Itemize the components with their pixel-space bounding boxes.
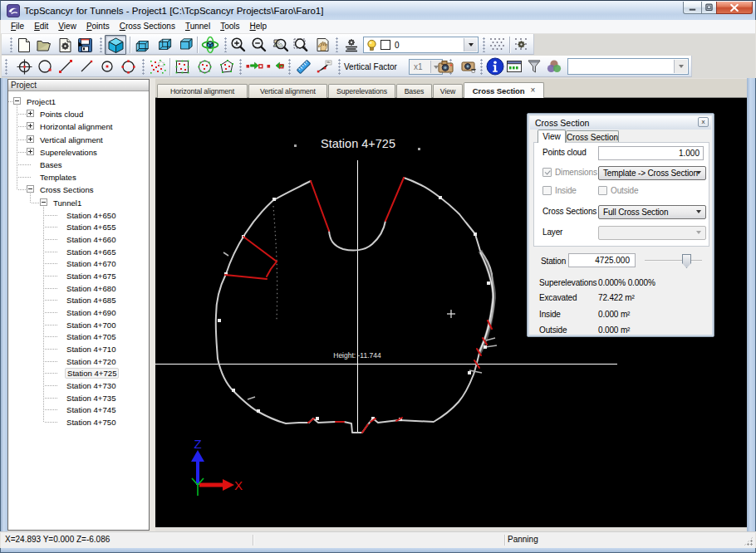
tree-item-label[interactable]: Station 4+720 bbox=[65, 357, 117, 366]
new-project-button[interactable] bbox=[13, 36, 33, 54]
tree-expand-icon[interactable] bbox=[27, 148, 34, 155]
tree-item-points-cloud[interactable]: Points cloud bbox=[8, 108, 149, 120]
filter-combo[interactable] bbox=[567, 58, 689, 75]
station-slider-thumb[interactable] bbox=[682, 254, 691, 268]
maximize-button[interactable] bbox=[701, 2, 717, 14]
tab-view[interactable]: View bbox=[433, 84, 463, 98]
outside-checkbox[interactable] bbox=[598, 186, 607, 195]
save-project-button[interactable] bbox=[75, 36, 95, 54]
tab-vertical-alignment[interactable]: Vertical alignment bbox=[248, 84, 327, 98]
tree-item-station-4-660[interactable]: Station 4+660 bbox=[8, 233, 149, 246]
tree-item-station-4-750[interactable]: Station 4+750 bbox=[8, 416, 149, 428]
snapshot-button[interactable] bbox=[436, 57, 456, 76]
zoom-out-button[interactable] bbox=[249, 36, 269, 54]
cross-sections-combo[interactable]: Full Cross Section bbox=[598, 205, 706, 219]
tree-item-label[interactable]: Vertical alignment bbox=[38, 135, 105, 144]
layer-combo-dropdown-button[interactable] bbox=[464, 38, 477, 51]
tree-item-station-4-675[interactable]: Station 4+675 bbox=[8, 270, 149, 282]
menu-view[interactable]: View bbox=[53, 21, 81, 32]
tree-item-label[interactable]: Station 4+705 bbox=[65, 332, 117, 341]
view-front-button[interactable] bbox=[132, 36, 152, 54]
toolbar-grip[interactable] bbox=[5, 59, 7, 75]
tree-item-station-4-745[interactable]: Station 4+745 bbox=[8, 404, 149, 416]
draw-circle-button[interactable] bbox=[35, 57, 55, 76]
menu-cross-sections[interactable]: Cross Sections bbox=[115, 21, 180, 32]
tree-item-station-4-655[interactable]: Station 4+655 bbox=[8, 221, 149, 233]
points-in-circle-button[interactable] bbox=[194, 57, 214, 76]
tree-item-label[interactable]: Station 4+650 bbox=[65, 211, 117, 220]
toolbar-grip[interactable] bbox=[239, 59, 242, 75]
tab-superelevations[interactable]: Superelevations bbox=[328, 84, 395, 98]
points-cloud-button[interactable] bbox=[148, 57, 168, 76]
dialog-tab-cross-section[interactable]: Cross Section bbox=[566, 130, 619, 143]
tree-expand-icon[interactable] bbox=[27, 122, 34, 130]
zoom-window-button[interactable] bbox=[291, 36, 311, 54]
dialog-title-bar[interactable]: Cross Section bbox=[530, 116, 711, 130]
panel-splitter[interactable] bbox=[150, 78, 155, 531]
point-settings-button[interactable] bbox=[512, 36, 532, 54]
tree-item-station-4-705[interactable]: Station 4+705 bbox=[8, 330, 149, 343]
toolbar-grip[interactable] bbox=[142, 59, 145, 75]
tree-item-label[interactable]: Station 4+675 bbox=[65, 272, 117, 281]
draw-circle-points-button[interactable] bbox=[118, 57, 138, 76]
tree-item-station-4-700[interactable]: Station 4+700 bbox=[8, 319, 149, 331]
dialog-tab-view[interactable]: View bbox=[538, 130, 566, 143]
tree-item-label[interactable]: Cross Sections bbox=[38, 185, 96, 194]
close-button[interactable] bbox=[716, 2, 753, 14]
tree-item-station-4-650[interactable]: Station 4+650 bbox=[8, 209, 149, 222]
layer-select-combo[interactable]: 0 bbox=[363, 37, 479, 53]
tree-item-label[interactable]: Station 4+685 bbox=[65, 296, 117, 305]
tree-item-label[interactable]: Station 4+725 bbox=[65, 368, 119, 379]
toolbar-grip[interactable] bbox=[10, 37, 12, 52]
points-cloud-input[interactable]: 1.000 bbox=[598, 146, 704, 160]
draw-axis-point-button[interactable] bbox=[14, 57, 34, 76]
tree-item-label[interactable]: Tunnel1 bbox=[52, 198, 83, 208]
next-section-button[interactable] bbox=[244, 57, 264, 76]
tree-collapse-icon[interactable] bbox=[13, 97, 21, 105]
tree-item-station-4-670[interactable]: Station 4+670 bbox=[8, 257, 149, 270]
tree-expand-icon[interactable] bbox=[27, 135, 34, 143]
tree-item-label[interactable]: Project1 bbox=[25, 97, 57, 106]
tree-item-station-4-685[interactable]: Station 4+685 bbox=[8, 294, 149, 306]
tree-collapse-icon[interactable] bbox=[40, 198, 47, 206]
filter-combo-dropdown-button[interactable] bbox=[674, 60, 687, 73]
draw-circle-center-button[interactable] bbox=[97, 57, 117, 76]
points-in-polygon-button[interactable] bbox=[216, 57, 236, 76]
tree-item-label[interactable]: Horizontal alignment bbox=[38, 122, 114, 131]
tree-item-label[interactable]: Templates bbox=[38, 173, 78, 182]
dialog-close-button[interactable]: x bbox=[698, 117, 709, 127]
toolbar-grip[interactable] bbox=[224, 37, 227, 52]
resize-grip[interactable] bbox=[744, 536, 754, 546]
zoom-in-button[interactable] bbox=[228, 36, 248, 54]
minimize-button[interactable] bbox=[683, 2, 702, 14]
tab-bases[interactable]: Bases bbox=[396, 84, 432, 98]
measure-angle-button[interactable] bbox=[315, 57, 335, 76]
draw-line-button[interactable] bbox=[56, 57, 76, 76]
tree-item-label[interactable]: Station 4+700 bbox=[65, 321, 117, 330]
toolbar-grip[interactable] bbox=[288, 59, 291, 75]
tree-item-label[interactable]: Station 4+745 bbox=[65, 405, 117, 414]
tree-item-label[interactable]: Points cloud bbox=[38, 110, 85, 119]
snapshot-all-button[interactable] bbox=[459, 57, 479, 76]
open-project-button[interactable] bbox=[34, 36, 54, 54]
layer-manager-button[interactable] bbox=[341, 36, 361, 54]
tree-item-label[interactable]: Station 4+735 bbox=[65, 394, 117, 403]
menu-points[interactable]: Points bbox=[81, 21, 115, 32]
station-slider-track[interactable] bbox=[645, 260, 702, 262]
tree-item-bases[interactable]: Bases bbox=[8, 159, 149, 171]
tree-item-label[interactable]: Station 4+730 bbox=[65, 381, 117, 390]
dimensions-checkbox[interactable] bbox=[542, 168, 552, 177]
tree-collapse-icon[interactable] bbox=[27, 185, 34, 193]
draw-segment-button[interactable] bbox=[76, 57, 96, 76]
station-input[interactable]: 4725.000 bbox=[568, 253, 636, 267]
tree-item-label[interactable]: Superelevations bbox=[38, 148, 99, 157]
tab-close-icon[interactable]: × bbox=[530, 87, 535, 94]
points-in-rectangle-button[interactable] bbox=[172, 57, 192, 76]
tree-item-station-4-725[interactable]: Station 4+725 bbox=[8, 367, 149, 379]
tree-item-label[interactable]: Station 4+710 bbox=[65, 345, 117, 354]
tree-item-label[interactable]: Station 4+750 bbox=[65, 418, 117, 427]
tree-item-vertical-alignment[interactable]: Vertical alignment bbox=[8, 134, 149, 146]
info-button[interactable] bbox=[485, 57, 505, 76]
pan-button[interactable] bbox=[312, 36, 332, 54]
tree-item-station-4-665[interactable]: Station 4+665 bbox=[8, 246, 149, 258]
